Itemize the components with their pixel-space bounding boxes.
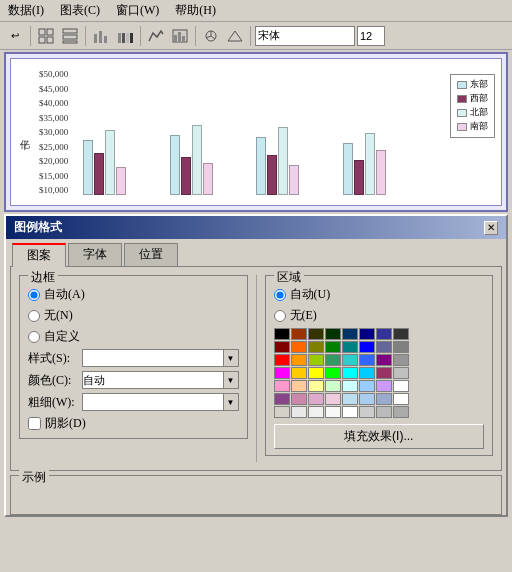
tab-pattern[interactable]: 图案 xyxy=(12,243,66,267)
menu-help[interactable]: 帮助(H) xyxy=(171,2,220,19)
border-custom-input[interactable] xyxy=(28,331,40,343)
legend-color-1 xyxy=(457,95,467,103)
color-cell-13[interactable] xyxy=(359,341,375,353)
border-auto-radio[interactable]: 自动(A) xyxy=(28,286,239,303)
area-none-radio[interactable]: 无(E) xyxy=(274,307,485,324)
color-cell-50[interactable] xyxy=(308,406,324,418)
svg-rect-3 xyxy=(47,37,53,43)
color-cell-16[interactable] xyxy=(274,354,290,366)
color-cell-41[interactable] xyxy=(291,393,307,405)
border-none-input[interactable] xyxy=(28,310,40,322)
svg-rect-4 xyxy=(63,29,77,33)
color-cell-26[interactable] xyxy=(308,367,324,379)
color-cell-15[interactable] xyxy=(393,341,409,353)
color-cell-36[interactable] xyxy=(342,380,358,392)
fill-effect-button[interactable]: 填充效果(I)... xyxy=(274,424,485,449)
color-cell-33[interactable] xyxy=(291,380,307,392)
area-none-input[interactable] xyxy=(274,310,286,322)
color-cell-42[interactable] xyxy=(308,393,324,405)
color-cell-11[interactable] xyxy=(325,341,341,353)
color-cell-30[interactable] xyxy=(376,367,392,379)
undo-button[interactable]: ↩ xyxy=(4,25,26,47)
tb-btn-6[interactable] xyxy=(169,25,191,47)
menu-window[interactable]: 窗口(W) xyxy=(112,2,163,19)
area-auto-radio[interactable]: 自动(U) xyxy=(274,286,485,303)
color-cell-54[interactable] xyxy=(376,406,392,418)
color-cell-21[interactable] xyxy=(359,354,375,366)
color-cell-9[interactable] xyxy=(291,341,307,353)
color-cell-0[interactable] xyxy=(274,328,290,340)
tab-position[interactable]: 位置 xyxy=(124,243,178,266)
color-cell-48[interactable] xyxy=(274,406,290,418)
svg-rect-6 xyxy=(63,41,77,43)
color-cell-35[interactable] xyxy=(325,380,341,392)
color-cell-14[interactable] xyxy=(376,341,392,353)
color-cell-22[interactable] xyxy=(376,354,392,366)
tb-btn-5[interactable] xyxy=(145,25,167,47)
toolbar: ↩ 宋体 12 xyxy=(0,22,512,50)
color-cell-51[interactable] xyxy=(325,406,341,418)
color-cell-20[interactable] xyxy=(342,354,358,366)
area-auto-input[interactable] xyxy=(274,289,286,301)
tb-btn-7[interactable] xyxy=(200,25,222,47)
color-cell-47[interactable] xyxy=(393,393,409,405)
tab-font[interactable]: 字体 xyxy=(68,243,122,266)
border-none-radio[interactable]: 无(N) xyxy=(28,307,239,324)
color-cell-29[interactable] xyxy=(359,367,375,379)
shadow-checkbox-item[interactable]: 阴影(D) xyxy=(28,415,239,432)
color-cell-5[interactable] xyxy=(359,328,375,340)
color-cell-6[interactable] xyxy=(376,328,392,340)
tb-btn-8[interactable] xyxy=(224,25,246,47)
font-size-input[interactable]: 12 xyxy=(357,26,385,46)
color-cell-4[interactable] xyxy=(342,328,358,340)
color-cell-28[interactable] xyxy=(342,367,358,379)
color-cell-2[interactable] xyxy=(308,328,324,340)
tb-chart-2[interactable] xyxy=(114,25,136,47)
color-cell-43[interactable] xyxy=(325,393,341,405)
color-cell-32[interactable] xyxy=(274,380,290,392)
border-auto-input[interactable] xyxy=(28,289,40,301)
color-cell-37[interactable] xyxy=(359,380,375,392)
color-cell-23[interactable] xyxy=(393,354,409,366)
font-selector[interactable]: 宋体 xyxy=(255,26,355,46)
color-select[interactable]: 自动 xyxy=(82,371,239,389)
color-cell-34[interactable] xyxy=(308,380,324,392)
shadow-checkbox[interactable] xyxy=(28,417,41,430)
toolbar-sep-3 xyxy=(140,26,141,46)
color-cell-52[interactable] xyxy=(342,406,358,418)
menu-chart[interactable]: 图表(C) xyxy=(56,2,104,19)
color-cell-49[interactable] xyxy=(291,406,307,418)
color-cell-44[interactable] xyxy=(342,393,358,405)
color-cell-25[interactable] xyxy=(291,367,307,379)
border-custom-radio[interactable]: 自定义 xyxy=(28,328,239,345)
weight-select[interactable] xyxy=(82,393,239,411)
color-cell-17[interactable] xyxy=(291,354,307,366)
color-cell-8[interactable] xyxy=(274,341,290,353)
toolbar-sep-2 xyxy=(85,26,86,46)
color-cell-53[interactable] xyxy=(359,406,375,418)
color-cell-7[interactable] xyxy=(393,328,409,340)
tb-btn-1[interactable] xyxy=(35,25,57,47)
color-cell-24[interactable] xyxy=(274,367,290,379)
color-cell-39[interactable] xyxy=(393,380,409,392)
color-cell-12[interactable] xyxy=(342,341,358,353)
color-cell-45[interactable] xyxy=(359,393,375,405)
color-cell-31[interactable] xyxy=(393,367,409,379)
color-cell-10[interactable] xyxy=(308,341,324,353)
color-cell-3[interactable] xyxy=(325,328,341,340)
tb-btn-2[interactable] xyxy=(59,25,81,47)
color-cell-1[interactable] xyxy=(291,328,307,340)
y-val-4: $35,000 xyxy=(39,113,68,123)
tb-chart-1[interactable] xyxy=(90,25,112,47)
style-select[interactable] xyxy=(82,349,239,367)
color-cell-27[interactable] xyxy=(325,367,341,379)
color-cell-19[interactable] xyxy=(325,354,341,366)
dialog-close-button[interactable]: ✕ xyxy=(484,221,498,235)
color-cell-18[interactable] xyxy=(308,354,324,366)
color-cell-46[interactable] xyxy=(376,393,392,405)
y-val-7: $20,000 xyxy=(39,156,68,166)
color-cell-40[interactable] xyxy=(274,393,290,405)
color-cell-38[interactable] xyxy=(376,380,392,392)
color-cell-55[interactable] xyxy=(393,406,409,418)
menu-data[interactable]: 数据(I) xyxy=(4,2,48,19)
